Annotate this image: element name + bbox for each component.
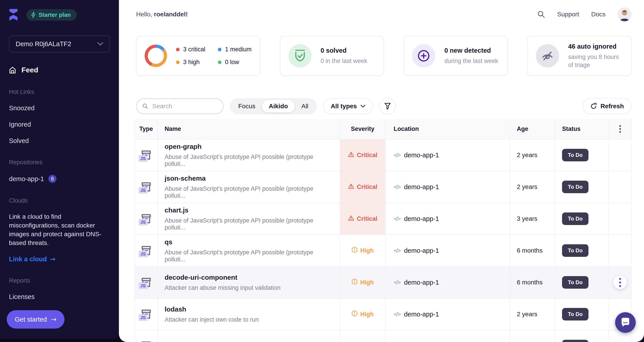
shield-check-icon [288,44,312,68]
legend-high: 3 high [176,59,205,66]
status-cell: To Do [555,139,609,171]
status-badge[interactable]: To Do [562,308,588,320]
severity-cell: Critical [340,171,386,203]
issue-name[interactable]: qs [164,238,333,246]
js-package-icon: JS [140,149,152,161]
location-cell: </> demo-app-1 [386,330,510,342]
age-cell: 2 years [510,171,555,203]
plan-badge[interactable]: Starter plan [26,9,77,21]
severity-label: High [360,279,374,286]
sidebar-item-licenses[interactable]: Licenses [9,293,110,300]
nav-support[interactable]: Support [557,11,579,18]
sidebar-item-snoozed[interactable]: Snoozed [9,104,110,112]
status-cell: To Do [555,267,609,298]
type-cell: JS [134,203,158,234]
issue-subtitle: Abuse of JavaScript's prototype API poss… [164,185,333,199]
js-badge: JS [138,219,148,225]
table-row[interactable]: JS chart.js Abuse of JavaScript's protot… [134,203,632,235]
col-name[interactable]: Name [158,119,340,139]
severity-label: High [360,311,374,318]
issue-name[interactable]: lodash [164,305,259,313]
plan-badge-label: Starter plan [38,12,71,18]
location-label[interactable]: demo-app-1 [404,311,439,318]
eye-off-icon [536,44,559,68]
table-row[interactable]: JS request Medium </> demo-app-1 2 month… [134,330,632,342]
tab-focus[interactable]: Focus [232,100,262,113]
severity-label: Critical [357,215,378,222]
issue-subtitle: Abuse of JavaScript's prototype API poss… [164,217,333,231]
status-badge[interactable]: To Do [562,244,588,257]
nav-docs[interactable]: Docs [591,11,606,18]
table-header-menu[interactable] [609,119,632,139]
refresh-button[interactable]: Refresh [583,98,632,114]
section-clouds: Clouds [9,197,110,204]
row-kebab-button[interactable] [613,276,627,289]
status-cell: To Do [555,235,609,266]
age-label: 2 years [517,183,538,190]
detected-title: 0 new detected [444,47,498,54]
table-row[interactable]: JS json-schema Abuse of JavaScript's pro… [134,171,632,203]
sidebar-item-solved[interactable]: Solved [9,137,110,145]
col-severity[interactable]: Severity [340,119,386,139]
link-a-cloud-link[interactable]: Link a cloud → [9,255,110,263]
location-label[interactable]: demo-app-1 [404,279,439,286]
age-label: 6 months [517,247,542,254]
issue-subtitle: Attacker can inject own code to run [164,316,259,323]
location-label[interactable]: demo-app-1 [404,215,439,223]
severity-label: Critical [357,152,378,159]
high-dot-icon [176,61,180,64]
avatar[interactable] [618,8,632,21]
issue-name[interactable]: json-schema [164,175,333,182]
name-cell: lodash Attacker can inject own code to r… [158,298,340,330]
type-cell: JS [134,330,158,342]
main-content: Hello,roelanddel! Support Docs 3 critica… [119,0,644,342]
status-badge[interactable]: To Do [562,340,588,342]
location-label[interactable]: demo-app-1 [404,152,439,159]
status-badge[interactable]: To Do [562,276,588,289]
issue-name[interactable]: decode-uri-component [164,274,280,281]
location-cell: </> demo-app-1 [386,171,510,203]
issue-subtitle: Attacker can abuse missing input validat… [164,284,280,291]
col-age[interactable]: Age [510,119,555,139]
greeting-prefix: Hello, [136,11,152,18]
tab-all[interactable]: All [295,100,315,113]
filter-button[interactable] [379,98,396,114]
tab-aikido[interactable]: Aikido [262,100,295,113]
severity-label: High [360,247,374,254]
severity-label: Critical [357,184,378,190]
status-badge[interactable]: To Do [562,149,588,161]
severity-cell: High [340,235,386,266]
sidebar-top: Starter plan [9,9,110,21]
sidebar-item-ignored[interactable]: Ignored [9,121,110,128]
location-label[interactable]: demo-app-1 [404,183,439,191]
refresh-icon [590,103,597,110]
table-row[interactable]: JS open-graph Abuse of JavaScript's prot… [134,139,632,171]
search-input[interactable] [152,103,217,110]
issue-name[interactable]: open-graph [164,143,333,150]
status-badge[interactable]: To Do [562,181,588,193]
location-cell: </> demo-app-1 [386,267,510,298]
col-status[interactable]: Status [555,119,609,139]
search-icon [142,103,148,110]
issue-name[interactable]: chart.js [164,206,333,214]
row-menu-cell [609,267,632,298]
severity-cell: Critical [340,139,386,171]
sidebar-item-repo[interactable]: demo-app-1 6 [9,175,110,183]
status-badge[interactable]: To Do [562,212,588,225]
search-icon[interactable] [538,11,545,18]
greeting: Hello,roelanddel! [136,11,188,18]
table-row[interactable]: JS lodash Attacker can inject own code t… [134,298,632,330]
chat-launcher-button[interactable] [615,312,636,333]
age-label: 3 years [517,215,538,222]
table-row[interactable]: JS qs Abuse of JavaScript's prototype AP… [134,235,632,267]
workspace-selector[interactable]: Demo R0j6ALaTF2 [9,36,110,53]
location-label[interactable]: demo-app-1 [404,247,439,254]
table-row[interactable]: JS decode-uri-component Attacker can abu… [134,267,632,298]
col-location[interactable]: Location [386,119,510,139]
legend-low: 0 low [218,59,252,66]
col-type[interactable]: Type [134,119,158,139]
get-started-button[interactable]: Get started → [7,310,64,328]
type-cell: JS [134,235,158,266]
type-filter-dropdown[interactable]: All types [323,98,373,114]
sidebar-item-feed[interactable]: Feed [9,66,110,74]
